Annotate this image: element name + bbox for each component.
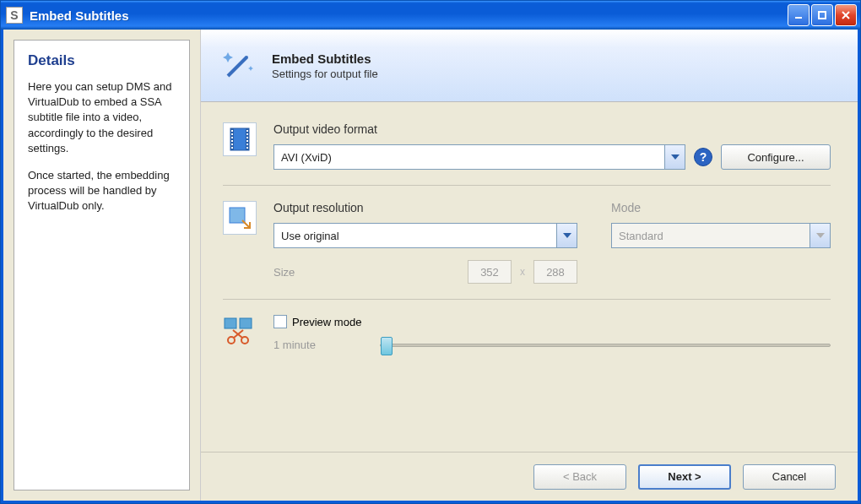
svg-rect-23 xyxy=(240,318,252,328)
resolution-icon xyxy=(223,201,257,235)
preview-slider[interactable] xyxy=(380,344,831,347)
minimize-button[interactable] xyxy=(788,4,810,26)
next-button[interactable]: Next > xyxy=(638,464,731,490)
window-title: Embed Subtitles xyxy=(30,8,788,23)
details-heading: Details xyxy=(28,52,176,69)
preview-checkbox[interactable] xyxy=(273,315,287,328)
cancel-button[interactable]: Cancel xyxy=(743,464,836,490)
svg-rect-10 xyxy=(231,133,233,135)
wand-icon xyxy=(218,46,258,86)
svg-rect-18 xyxy=(246,140,248,142)
close-button[interactable] xyxy=(835,4,857,26)
section-preview: Preview mode 1 minute xyxy=(223,299,831,366)
details-panel: Details Here you can setup DMS and Virtu… xyxy=(3,30,200,501)
svg-rect-11 xyxy=(231,137,233,138)
svg-rect-19 xyxy=(246,144,248,145)
output-resolution-select[interactable]: Use original xyxy=(273,223,577,248)
scissors-film-icon xyxy=(223,315,257,349)
mode-select: Standard xyxy=(611,223,831,248)
width-input xyxy=(468,260,512,284)
details-para-2: Once started, the embedding process will… xyxy=(28,168,176,214)
preview-duration-label: 1 minute xyxy=(273,339,366,351)
svg-point-24 xyxy=(228,337,235,344)
mode-label: Mode xyxy=(611,201,831,214)
wizard-header: Embed Subtitles Settings for output file xyxy=(201,30,858,102)
output-resolution-value: Use original xyxy=(281,230,339,242)
chevron-down-icon xyxy=(664,145,685,169)
section-output-format: Output video format AVI (XviD) ? Configu… xyxy=(223,122,831,185)
svg-rect-20 xyxy=(246,147,248,149)
slider-thumb[interactable] xyxy=(381,337,393,355)
svg-rect-16 xyxy=(246,133,248,135)
section-output-resolution: Output resolution Use original Size xyxy=(223,185,831,299)
details-para-1: Here you can setup DMS and VirtualDub to… xyxy=(28,79,176,156)
preview-label: Preview mode xyxy=(292,316,361,328)
svg-rect-1 xyxy=(819,12,826,19)
svg-rect-14 xyxy=(231,147,233,149)
output-format-label: Output video format xyxy=(273,122,831,136)
header-title: Embed Subtitles xyxy=(272,51,378,66)
chevron-down-icon xyxy=(556,224,577,247)
svg-rect-9 xyxy=(231,130,233,132)
svg-point-5 xyxy=(245,56,248,59)
height-input xyxy=(533,260,577,284)
svg-point-25 xyxy=(241,337,248,344)
back-button[interactable]: < Back xyxy=(533,464,626,490)
svg-rect-13 xyxy=(231,144,233,145)
svg-rect-17 xyxy=(246,137,248,138)
size-label: Size xyxy=(273,266,295,279)
app-window: S Embed Subtitles Details Here you can s… xyxy=(0,0,861,504)
maximize-button[interactable] xyxy=(811,4,833,26)
dimension-separator: x xyxy=(520,266,525,278)
output-format-select[interactable]: AVI (XviD) xyxy=(273,144,685,170)
svg-rect-22 xyxy=(225,318,236,328)
help-icon[interactable]: ? xyxy=(694,148,712,166)
output-format-value: AVI (XviD) xyxy=(281,151,332,164)
svg-line-4 xyxy=(228,57,246,76)
filmstrip-icon xyxy=(223,122,257,156)
chevron-down-icon xyxy=(810,224,830,247)
configure-button[interactable]: Configure... xyxy=(721,144,831,170)
mode-value: Standard xyxy=(619,230,663,242)
svg-rect-15 xyxy=(246,130,248,132)
titlebar: S Embed Subtitles xyxy=(1,1,860,30)
app-icon: S xyxy=(6,7,23,24)
output-resolution-label: Output resolution xyxy=(273,201,577,214)
header-subtitle: Settings for output file xyxy=(272,68,378,80)
svg-rect-12 xyxy=(231,140,233,142)
wizard-footer: < Back Next > Cancel xyxy=(201,452,858,501)
